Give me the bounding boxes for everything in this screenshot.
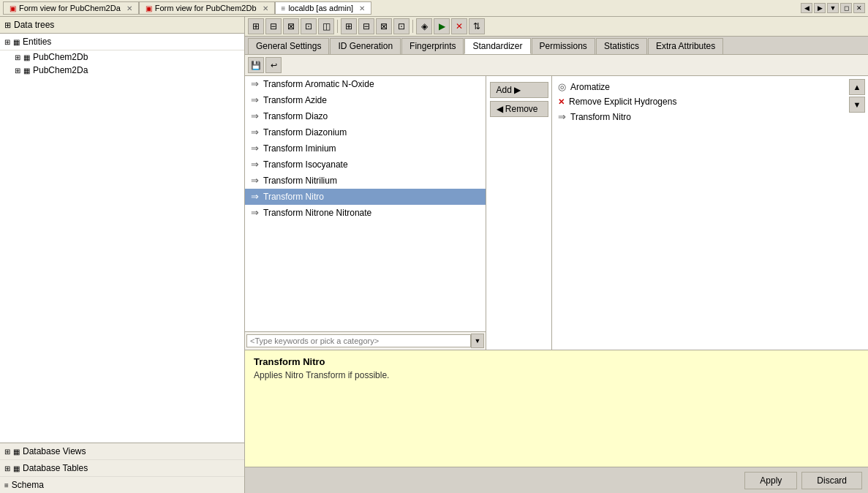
selected-transforms-list[interactable]: ◎ Aromatize ✕ Remove Explicit Hydrogens …: [552, 76, 868, 350]
panel-toolbar: 💾 ↩: [245, 55, 868, 76]
toolbar-sep-1: [337, 20, 338, 33]
list-item-5[interactable]: ⇒ Transform Isocyanate: [245, 157, 486, 173]
pubchem2da-icon: ▦: [23, 67, 30, 75]
remove-h-icon: ✕: [558, 97, 565, 107]
right-item-1[interactable]: ✕ Remove Explicit Hydrogens: [552, 94, 868, 109]
right-list-container: ◎ Aromatize ✕ Remove Explicit Hydrogens …: [552, 76, 868, 350]
list-item-2[interactable]: ⇒ Transform Diazo: [245, 108, 486, 124]
toolbar-btn-play[interactable]: ▶: [434, 18, 450, 34]
right-item-0[interactable]: ◎ Aromatize: [552, 79, 868, 94]
right-item-2[interactable]: ⇒ Transform Nitro: [552, 109, 868, 124]
expand-icon-da: ⊞: [15, 67, 20, 75]
toolbar-btn-7[interactable]: ⊟: [358, 18, 374, 34]
expand-icon-db: ⊞: [15, 53, 20, 61]
sidebar-item-pubchem2da[interactable]: ⊞ ▦ PubChem2Da: [0, 64, 244, 77]
toolbar-btn-stop[interactable]: ✕: [451, 18, 467, 34]
content-area: ⊞ ⊟ ⊠ ⊡ ◫ ⊞ ⊟ ⊠ ⊡ ◈ ▶ ✕ ⇅ General Settin…: [245, 17, 868, 493]
schema-icon: ≡: [4, 481, 9, 489]
discard-button[interactable]: Discard: [801, 472, 862, 489]
available-transforms-list[interactable]: ⇒ Transform Aromatic N-Oxide ⇒ Transform…: [245, 76, 486, 331]
win-restore[interactable]: ◻: [840, 3, 852, 13]
close-tab-0[interactable]: ✕: [127, 4, 132, 12]
entities-icon: ▦: [13, 38, 20, 46]
tab-standardizer[interactable]: Standardizer: [464, 38, 530, 54]
save-button-panel[interactable]: 💾: [248, 57, 264, 73]
list-item-8[interactable]: ⇒ Transform Nitrone Nitronate: [245, 205, 486, 221]
arrow-icon-2: ⇒: [251, 110, 259, 121]
db-views-icon: ⊞: [4, 448, 10, 456]
left-list-container: ⇒ Transform Aromatic N-Oxide ⇒ Transform…: [245, 76, 486, 350]
right-arrows: ▲ ▼: [849, 79, 865, 113]
win-close[interactable]: ✕: [853, 3, 865, 13]
list-item-4[interactable]: ⇒ Transform Iminium: [245, 140, 486, 157]
close-tab-2[interactable]: ✕: [359, 4, 365, 12]
bottom-bar: Apply Discard: [245, 467, 868, 493]
list-item-0[interactable]: ⇒ Transform Aromatic N-Oxide: [245, 76, 486, 92]
toolbar-btn-5[interactable]: ◫: [318, 18, 334, 34]
toolbar-btn-6[interactable]: ⊞: [341, 18, 357, 34]
tab-general-settings[interactable]: General Settings: [248, 38, 329, 54]
arrow-icon-5: ⇒: [251, 159, 259, 170]
sidebar-header: ⊞ Data trees: [0, 17, 244, 34]
tab-pubchem2db[interactable]: ▣ Form view for PubChem2Db ✕: [139, 1, 275, 15]
toolbar: ⊞ ⊟ ⊠ ⊡ ◫ ⊞ ⊟ ⊠ ⊡ ◈ ▶ ✕ ⇅: [245, 17, 868, 37]
move-up-button[interactable]: ▲: [849, 79, 865, 95]
db-views-icon2: ▦: [13, 448, 20, 456]
add-button[interactable]: Add ▶: [490, 82, 548, 98]
tabs-bar: General Settings ID Generation Fingerpri…: [245, 37, 868, 55]
tab-pubchem2da[interactable]: ▣ Form view for PubChem2Da ✕: [3, 1, 139, 15]
toolbar-btn-1[interactable]: ⊞: [248, 18, 264, 34]
close-tab-1[interactable]: ✕: [263, 4, 268, 12]
window-controls: ◀ ▶ ▼ ◻ ✕: [801, 3, 865, 13]
transform-nitro-icon: ⇒: [558, 111, 566, 122]
sidebar-item-pubchem2db[interactable]: ⊞ ▦ PubChem2Db: [0, 50, 244, 64]
toolbar-btn-2[interactable]: ⊟: [265, 18, 282, 34]
tab-localdb[interactable]: ≡ localdb [as admin] ✕: [275, 1, 372, 15]
toolbar-btn-filter[interactable]: ◈: [416, 18, 432, 34]
win-scroll-right[interactable]: ▶: [814, 3, 826, 13]
description-text: Applies Nitro Transform if possible.: [254, 370, 859, 380]
toolbar-btn-8[interactable]: ⊠: [376, 18, 392, 34]
toolbar-btn-3[interactable]: ⊠: [283, 18, 299, 34]
sidebar-item-database-views[interactable]: ⊞ ▦ Database Views: [0, 443, 244, 460]
list-item-6[interactable]: ⇒ Transform Nitrilium: [245, 173, 486, 189]
expand-icon: ⊞: [4, 38, 10, 46]
sidebar-item-schema[interactable]: ≡ Schema: [0, 477, 244, 493]
list-item-3[interactable]: ⇒ Transform Diazonium: [245, 124, 486, 140]
description-area: Transform Nitro Applies Nitro Transform …: [245, 350, 868, 467]
title-bar: ▣ Form view for PubChem2Da ✕ ▣ Form view…: [0, 0, 868, 17]
sidebar-bottom: ⊞ ▦ Database Views ⊞ ▦ Database Tables ≡…: [0, 443, 244, 493]
arrow-icon-8: ⇒: [251, 207, 259, 218]
description-title: Transform Nitro: [254, 356, 859, 367]
tab-permissions[interactable]: Permissions: [532, 38, 595, 54]
list-item-7[interactable]: ⇒ Transform Nitro: [245, 189, 486, 205]
win-scroll-left[interactable]: ◀: [801, 3, 812, 13]
arrow-icon-4: ⇒: [251, 143, 259, 154]
remove-button[interactable]: ◀ Remove: [490, 101, 548, 117]
middle-buttons: Add ▶ ◀ Remove: [486, 76, 552, 350]
apply-button[interactable]: Apply: [744, 472, 797, 489]
sidebar-item-entities[interactable]: ⊞ ▦ Entities: [0, 34, 244, 50]
move-down-button[interactable]: ▼: [849, 97, 865, 113]
win-menu[interactable]: ▼: [827, 3, 839, 13]
arrow-icon-3: ⇒: [251, 127, 259, 138]
search-dropdown[interactable]: ▼: [471, 334, 484, 348]
search-input[interactable]: [246, 334, 471, 347]
tab-id-generation[interactable]: ID Generation: [330, 38, 401, 54]
pubchem2db-icon: ▦: [23, 53, 30, 61]
arrow-icon-6: ⇒: [251, 175, 259, 186]
tab-extra-attributes[interactable]: Extra Attributes: [648, 38, 723, 54]
tab-fingerprints[interactable]: Fingerprints: [401, 38, 464, 54]
arrow-icon-7: ⇒: [251, 191, 259, 202]
arrow-icon-1: ⇒: [251, 94, 259, 105]
revert-button-panel[interactable]: ↩: [265, 57, 282, 73]
sidebar-item-database-tables[interactable]: ⊞ ▦ Database Tables: [0, 460, 244, 477]
db-tables-icon2: ▦: [13, 464, 20, 473]
list-item-1[interactable]: ⇒ Transform Azide: [245, 92, 486, 108]
tab-statistics[interactable]: Statistics: [596, 38, 647, 54]
toolbar-btn-sort[interactable]: ⇅: [469, 18, 485, 34]
toolbar-btn-4[interactable]: ⊡: [301, 18, 317, 34]
toolbar-btn-9[interactable]: ⊡: [393, 18, 410, 34]
arrow-icon-0: ⇒: [251, 78, 259, 89]
standardizer-panel: 💾 ↩ ⇒ Transform Aromatic N-Oxide ⇒ Trans…: [245, 55, 868, 467]
